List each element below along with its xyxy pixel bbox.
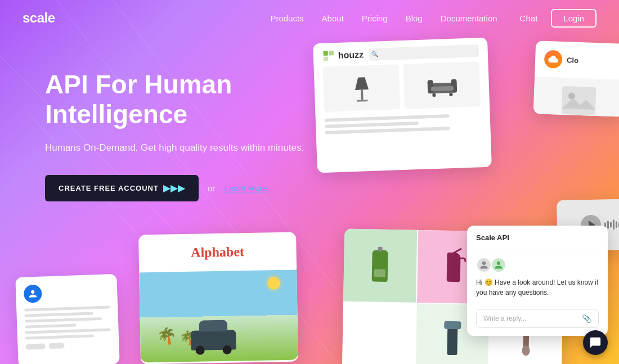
audio-bar [610,222,612,227]
cloud-card: Clo [533,41,619,117]
palm-tree-1: 🌴 [157,326,177,345]
houzz-header: houzz [313,38,488,68]
audio-bar [616,221,617,228]
alphabet-card: Alphabet 🌴 🌴 [138,232,298,364]
doc-tag-2 [48,343,64,349]
car-top [199,320,227,332]
svg-rect-13 [430,86,453,91]
lamp-icon [349,72,373,104]
razor-head [444,321,461,329]
nav-blog[interactable]: Blog [406,14,423,23]
hero-subtitle: Humans On-Demand. Get high quality resul… [45,141,315,155]
doc-content [15,274,119,358]
doc-line [25,312,93,317]
product-cell-empty1 [342,303,416,364]
chat-avatar-1 [476,257,492,273]
doc-tags [25,341,111,349]
houzz-product-lines [316,113,491,142]
chat-message-text: Hi 😊 Have a look around! Let us know if … [476,277,599,298]
chat-agent-name: Scale API [476,233,599,242]
nav-login-button[interactable]: Login [551,9,596,28]
chat-avatar-2 [491,257,506,273]
doc-line [25,317,102,323]
doc-line [25,323,76,328]
svg-point-20 [522,345,530,356]
cta-label: CREATE FREE ACCOUNT [59,184,159,192]
doc-line [24,305,110,311]
bottle-trigger [458,257,466,262]
car-shape [191,330,236,350]
alphabet-header: Alphabet [138,232,297,273]
chat-message-area: Hi 😊 Have a look around! Let us know if … [467,250,608,304]
svg-rect-11 [427,80,433,93]
doc-line [25,334,94,339]
svg-marker-18 [562,97,596,110]
attachment-icon[interactable]: 📎 [582,314,591,323]
doc-app-icon [24,285,42,303]
hero-actions: CREATE FREE ACCOUNT ▶▶▶ or Learn More [45,175,315,201]
nav-pricing[interactable]: Pricing [362,14,388,23]
spray-can-icon [372,250,388,281]
cloud-image [533,77,619,117]
doc-tag-1 [25,343,45,349]
houzz-line-3 [325,127,450,134]
svg-rect-5 [329,51,334,56]
cloud-icon [548,54,559,65]
audio-bar [607,221,609,228]
svg-point-17 [568,92,575,99]
cta-arrows-icon: ▶▶▶ [163,183,185,194]
brand-logo[interactable]: scale [23,10,55,26]
avatar-icon-1 [479,260,488,269]
alphabet-image: 🌴 🌴 [139,270,298,363]
chat-avatars [476,257,599,273]
cloud-service-icon [544,50,563,69]
learn-more-link[interactable]: Learn More [224,183,267,193]
nav-links: Products About Pricing Blog Documentatio… [270,14,497,23]
cleaning-bottle-icon [447,252,461,281]
cloud-header: Clo [535,41,619,80]
wheel-left [195,345,204,354]
houzz-product-sofa [403,61,481,109]
hero-section: API For Human Intelligence Humans On-Dem… [0,36,315,201]
houzz-search-bar [369,44,479,61]
chat-reply-box[interactable]: Write a reply... 📎 [476,309,599,328]
chat-open-button[interactable] [583,330,608,355]
doc-icon-row [24,282,110,303]
sun-icon [267,277,280,289]
chat-widget-header: Scale API [467,226,608,250]
cloud-brand-name: Clo [567,56,578,65]
sofa-icon [425,73,459,97]
spray-nozzle [378,246,383,251]
houzz-products-grid [314,61,490,119]
svg-rect-6 [324,56,329,61]
spray-label [374,269,385,277]
houzz-line-1 [325,114,450,122]
bottle-nozzle [452,248,462,254]
image-placeholder-icon [559,83,599,117]
svg-rect-10 [429,83,455,94]
svg-rect-4 [323,51,328,56]
svg-marker-7 [355,77,369,90]
houzz-logo: houzz [322,48,364,62]
palm-tree-2: 🌴 [180,330,196,347]
chat-bubble-icon [589,336,602,349]
alphabet-title: Alphabet [150,244,285,261]
product-cell-spray [343,229,417,303]
svg-rect-14 [432,93,436,97]
razor-icon [447,326,457,354]
avatar-icon-2 [494,260,503,269]
create-account-button[interactable]: CREATE FREE ACCOUNT ▶▶▶ [45,175,199,201]
nav-documentation[interactable]: Documentation [441,14,497,23]
svg-rect-9 [356,100,367,102]
svg-rect-8 [360,89,363,100]
houzz-brand-name: houzz [338,50,364,61]
chat-widget: Scale API Hi 😊 Have a look around! Let u… [467,226,608,336]
nav-right: Chat Login [520,9,596,28]
chat-reply-placeholder: Write a reply... [483,314,526,322]
houzz-product-lamp [323,64,401,112]
nav-chat[interactable]: Chat [520,14,538,23]
svg-rect-16 [562,86,596,115]
houzz-card: houzz [313,38,492,173]
nav-products[interactable]: Products [270,14,303,23]
nav-about[interactable]: About [322,14,344,23]
